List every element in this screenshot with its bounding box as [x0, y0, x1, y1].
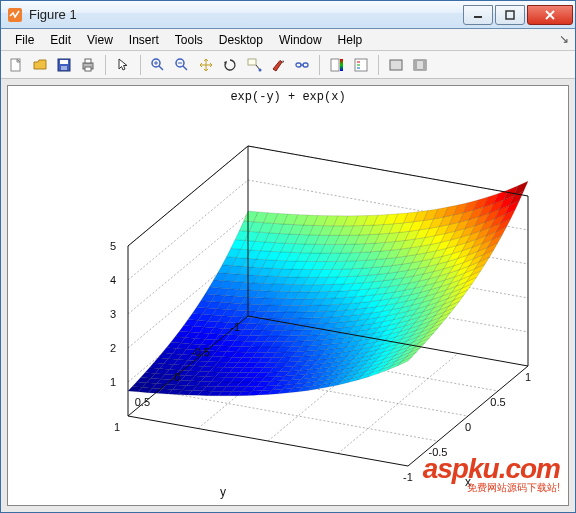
menu-bar: File Edit View Insert Tools Desktop Wind… [1, 29, 575, 51]
toolbar-separator [105, 55, 106, 75]
svg-rect-9 [61, 66, 67, 70]
svg-marker-24 [282, 60, 284, 63]
dock-handle-icon[interactable]: ↘ [559, 32, 569, 46]
menu-view[interactable]: View [79, 30, 121, 50]
z-tick: 5 [110, 240, 116, 252]
x-tick: -1 [403, 471, 413, 483]
title-bar[interactable]: Figure 1 [1, 1, 575, 29]
x-tick: 0 [465, 421, 471, 433]
svg-rect-11 [85, 59, 91, 63]
svg-point-23 [259, 68, 262, 71]
menu-window[interactable]: Window [271, 30, 330, 50]
maximize-button[interactable] [495, 5, 525, 25]
colorbar-icon[interactable] [326, 54, 348, 76]
z-tick: 3 [110, 308, 116, 320]
close-button[interactable] [527, 5, 573, 25]
z-tick: 4 [110, 274, 116, 286]
menu-help[interactable]: Help [330, 30, 371, 50]
zoom-in-icon[interactable] [147, 54, 169, 76]
svg-line-18 [183, 66, 187, 70]
svg-rect-28 [331, 59, 339, 71]
minimize-button[interactable] [463, 5, 493, 25]
menu-tools[interactable]: Tools [167, 30, 211, 50]
menu-edit[interactable]: Edit [42, 30, 79, 50]
x-tick: 0.5 [490, 396, 505, 408]
y-tick: 0.5 [135, 396, 150, 408]
y-tick: 1 [114, 421, 120, 433]
y-axis-label: y [220, 485, 226, 499]
app-icon [7, 7, 23, 23]
x-tick: -0.5 [429, 446, 448, 458]
svg-rect-37 [423, 60, 426, 70]
svg-rect-2 [506, 11, 514, 19]
menu-insert[interactable]: Insert [121, 30, 167, 50]
toolbar-separator [378, 55, 379, 75]
toolbar [1, 51, 575, 79]
window-title: Figure 1 [29, 7, 461, 22]
z-tick: 1 [110, 376, 116, 388]
svg-rect-36 [414, 60, 417, 70]
hide-tools-icon[interactable] [385, 54, 407, 76]
brush-icon[interactable] [267, 54, 289, 76]
pan-icon[interactable] [195, 54, 217, 76]
print-icon[interactable] [77, 54, 99, 76]
y-tick: -1 [230, 321, 240, 333]
link-icon[interactable] [291, 54, 313, 76]
y-tick: -0.5 [191, 346, 210, 358]
pointer-icon[interactable] [112, 54, 134, 76]
legend-icon[interactable] [350, 54, 372, 76]
data-cursor-icon[interactable] [243, 54, 265, 76]
rotate-icon[interactable] [219, 54, 241, 76]
surface-plot: 1 2 3 4 5 1 0.5 0 -0.5 -1 -1 -0.5 0 0.5 … [8, 86, 568, 506]
zoom-out-icon[interactable] [171, 54, 193, 76]
toolbar-separator [140, 55, 141, 75]
save-icon[interactable] [53, 54, 75, 76]
show-tools-icon[interactable] [409, 54, 431, 76]
new-icon[interactable] [5, 54, 27, 76]
svg-rect-29 [340, 59, 343, 71]
svg-rect-21 [248, 59, 256, 65]
menu-desktop[interactable]: Desktop [211, 30, 271, 50]
x-axis-label: x [465, 475, 471, 489]
toolbar-separator [319, 55, 320, 75]
svg-rect-30 [355, 59, 367, 71]
svg-rect-8 [60, 60, 68, 64]
figure-canvas-area: exp(-y) + exp(x) [1, 79, 575, 512]
window-buttons [461, 5, 573, 25]
svg-rect-12 [85, 67, 91, 71]
menu-file[interactable]: File [7, 30, 42, 50]
svg-line-14 [159, 66, 163, 70]
svg-rect-34 [390, 60, 402, 70]
y-tick: 0 [174, 371, 180, 383]
figure-window: Figure 1 File Edit View Insert Tools Des… [0, 0, 576, 513]
axes-panel[interactable]: exp(-y) + exp(x) [7, 85, 569, 506]
x-tick: 1 [525, 371, 531, 383]
open-icon[interactable] [29, 54, 51, 76]
z-tick: 2 [110, 342, 116, 354]
